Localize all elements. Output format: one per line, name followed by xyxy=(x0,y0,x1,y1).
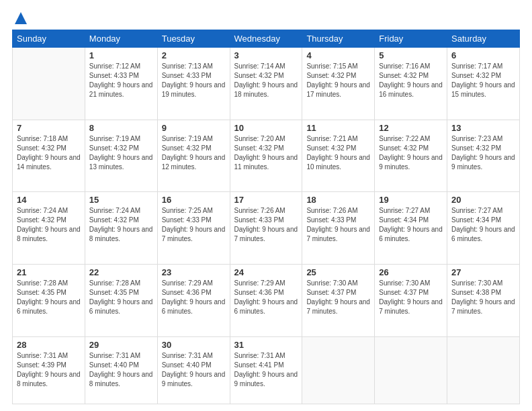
day-number: 24 xyxy=(234,267,298,277)
page: SundayMondayTuesdayWednesdayThursdayFrid… xyxy=(0,0,532,411)
calendar-week-row: 28Sunrise: 7:31 AMSunset: 4:39 PMDayligh… xyxy=(13,336,520,404)
day-number: 15 xyxy=(89,195,153,205)
calendar-cell: 10Sunrise: 7:20 AMSunset: 4:32 PMDayligh… xyxy=(230,120,302,192)
day-number: 16 xyxy=(162,195,226,205)
cell-info: Sunrise: 7:23 AMSunset: 4:32 PMDaylight:… xyxy=(451,134,515,172)
cell-info: Sunrise: 7:24 AMSunset: 4:32 PMDaylight:… xyxy=(17,206,81,244)
day-number: 20 xyxy=(451,195,515,205)
calendar-cell: 18Sunrise: 7:26 AMSunset: 4:33 PMDayligh… xyxy=(302,192,375,265)
cell-info: Sunrise: 7:28 AMSunset: 4:35 PMDaylight:… xyxy=(89,279,153,316)
day-number: 5 xyxy=(379,50,443,60)
day-number: 18 xyxy=(306,195,370,205)
cell-info: Sunrise: 7:18 AMSunset: 4:32 PMDaylight:… xyxy=(17,134,81,172)
calendar-cell: 5Sunrise: 7:16 AMSunset: 4:32 PMDaylight… xyxy=(375,48,447,120)
logo-flag-icon xyxy=(13,12,28,24)
cell-info: Sunrise: 7:16 AMSunset: 4:32 PMDaylight:… xyxy=(379,62,443,99)
cell-info: Sunrise: 7:15 AMSunset: 4:32 PMDaylight:… xyxy=(306,62,370,99)
day-number: 25 xyxy=(306,267,370,277)
cell-info: Sunrise: 7:25 AMSunset: 4:33 PMDaylight:… xyxy=(162,206,226,244)
cell-info: Sunrise: 7:27 AMSunset: 4:34 PMDaylight:… xyxy=(379,206,443,244)
calendar-cell: 1Sunrise: 7:12 AMSunset: 4:33 PMDaylight… xyxy=(85,48,157,120)
calendar-cell: 28Sunrise: 7:31 AMSunset: 4:39 PMDayligh… xyxy=(13,336,85,404)
calendar-header-row: SundayMondayTuesdayWednesdayThursdayFrid… xyxy=(13,30,520,48)
calendar-cell: 7Sunrise: 7:18 AMSunset: 4:32 PMDaylight… xyxy=(13,120,85,192)
header xyxy=(12,12,520,23)
day-number: 2 xyxy=(162,50,226,60)
cell-info: Sunrise: 7:26 AMSunset: 4:33 PMDaylight:… xyxy=(234,206,298,244)
cell-info: Sunrise: 7:31 AMSunset: 4:41 PMDaylight:… xyxy=(234,351,298,389)
calendar-cell: 21Sunrise: 7:28 AMSunset: 4:35 PMDayligh… xyxy=(13,264,85,336)
cell-info: Sunrise: 7:27 AMSunset: 4:34 PMDaylight:… xyxy=(451,206,515,244)
cell-info: Sunrise: 7:30 AMSunset: 4:37 PMDaylight:… xyxy=(379,279,443,316)
calendar-cell: 15Sunrise: 7:24 AMSunset: 4:32 PMDayligh… xyxy=(85,192,157,265)
day-number: 14 xyxy=(17,195,81,205)
calendar-cell: 31Sunrise: 7:31 AMSunset: 4:41 PMDayligh… xyxy=(230,336,302,404)
calendar-cell: 3Sunrise: 7:14 AMSunset: 4:32 PMDaylight… xyxy=(230,48,302,120)
day-number: 17 xyxy=(234,195,298,205)
cell-info: Sunrise: 7:26 AMSunset: 4:33 PMDaylight:… xyxy=(306,206,370,244)
calendar-cell: 14Sunrise: 7:24 AMSunset: 4:32 PMDayligh… xyxy=(13,192,85,265)
calendar-cell: 17Sunrise: 7:26 AMSunset: 4:33 PMDayligh… xyxy=(230,192,302,265)
cell-info: Sunrise: 7:30 AMSunset: 4:38 PMDaylight:… xyxy=(451,279,515,316)
calendar-cell: 8Sunrise: 7:19 AMSunset: 4:32 PMDaylight… xyxy=(85,120,157,192)
day-number: 31 xyxy=(234,340,298,350)
cell-info: Sunrise: 7:30 AMSunset: 4:37 PMDaylight:… xyxy=(306,279,370,316)
day-number: 12 xyxy=(379,123,443,133)
day-number: 28 xyxy=(17,340,81,350)
cell-info: Sunrise: 7:31 AMSunset: 4:40 PMDaylight:… xyxy=(162,351,226,389)
calendar-cell: 25Sunrise: 7:30 AMSunset: 4:37 PMDayligh… xyxy=(302,264,375,336)
cell-info: Sunrise: 7:29 AMSunset: 4:36 PMDaylight:… xyxy=(162,279,226,316)
cell-info: Sunrise: 7:17 AMSunset: 4:32 PMDaylight:… xyxy=(451,62,515,99)
cell-info: Sunrise: 7:28 AMSunset: 4:35 PMDaylight:… xyxy=(17,279,81,316)
day-number: 22 xyxy=(89,267,153,277)
calendar-day-header: Tuesday xyxy=(157,30,230,48)
calendar-cell: 4Sunrise: 7:15 AMSunset: 4:32 PMDaylight… xyxy=(302,48,375,120)
calendar-cell: 24Sunrise: 7:29 AMSunset: 4:36 PMDayligh… xyxy=(230,264,302,336)
calendar-day-header: Monday xyxy=(85,30,157,48)
day-number: 27 xyxy=(451,267,515,277)
calendar-cell xyxy=(13,48,85,120)
calendar-cell xyxy=(447,336,520,404)
calendar-cell: 30Sunrise: 7:31 AMSunset: 4:40 PMDayligh… xyxy=(157,336,230,404)
cell-info: Sunrise: 7:14 AMSunset: 4:32 PMDaylight:… xyxy=(234,62,298,99)
day-number: 26 xyxy=(379,267,443,277)
cell-info: Sunrise: 7:19 AMSunset: 4:32 PMDaylight:… xyxy=(162,134,226,172)
calendar-cell: 9Sunrise: 7:19 AMSunset: 4:32 PMDaylight… xyxy=(157,120,230,192)
calendar-day-header: Thursday xyxy=(302,30,375,48)
calendar-body: 1Sunrise: 7:12 AMSunset: 4:33 PMDaylight… xyxy=(13,48,520,404)
cell-info: Sunrise: 7:12 AMSunset: 4:33 PMDaylight:… xyxy=(89,62,153,99)
calendar-day-header: Sunday xyxy=(13,30,85,48)
calendar-day-header: Wednesday xyxy=(230,30,302,48)
day-number: 10 xyxy=(234,123,298,133)
calendar-cell: 27Sunrise: 7:30 AMSunset: 4:38 PMDayligh… xyxy=(447,264,520,336)
calendar-day-header: Friday xyxy=(375,30,447,48)
calendar-table: SundayMondayTuesdayWednesdayThursdayFrid… xyxy=(12,30,520,404)
calendar-cell: 20Sunrise: 7:27 AMSunset: 4:34 PMDayligh… xyxy=(447,192,520,265)
calendar-cell: 26Sunrise: 7:30 AMSunset: 4:37 PMDayligh… xyxy=(375,264,447,336)
calendar-week-row: 7Sunrise: 7:18 AMSunset: 4:32 PMDaylight… xyxy=(13,120,520,192)
cell-info: Sunrise: 7:13 AMSunset: 4:33 PMDaylight:… xyxy=(162,62,226,99)
svg-marker-0 xyxy=(15,12,27,24)
day-number: 13 xyxy=(451,123,515,133)
calendar-day-header: Saturday xyxy=(447,30,520,48)
calendar-cell: 11Sunrise: 7:21 AMSunset: 4:32 PMDayligh… xyxy=(302,120,375,192)
calendar-cell: 29Sunrise: 7:31 AMSunset: 4:40 PMDayligh… xyxy=(85,336,157,404)
cell-info: Sunrise: 7:24 AMSunset: 4:32 PMDaylight:… xyxy=(89,206,153,244)
calendar-cell xyxy=(375,336,447,404)
calendar-cell xyxy=(302,336,375,404)
day-number: 30 xyxy=(162,340,226,350)
calendar-cell: 6Sunrise: 7:17 AMSunset: 4:32 PMDaylight… xyxy=(447,48,520,120)
day-number: 6 xyxy=(451,50,515,60)
day-number: 1 xyxy=(89,50,153,60)
calendar-cell: 22Sunrise: 7:28 AMSunset: 4:35 PMDayligh… xyxy=(85,264,157,336)
day-number: 9 xyxy=(162,123,226,133)
calendar-week-row: 14Sunrise: 7:24 AMSunset: 4:32 PMDayligh… xyxy=(13,192,520,265)
calendar-week-row: 1Sunrise: 7:12 AMSunset: 4:33 PMDaylight… xyxy=(13,48,520,120)
calendar-cell: 19Sunrise: 7:27 AMSunset: 4:34 PMDayligh… xyxy=(375,192,447,265)
cell-info: Sunrise: 7:21 AMSunset: 4:32 PMDaylight:… xyxy=(306,134,370,172)
cell-info: Sunrise: 7:19 AMSunset: 4:32 PMDaylight:… xyxy=(89,134,153,172)
day-number: 29 xyxy=(89,340,153,350)
day-number: 3 xyxy=(234,50,298,60)
logo xyxy=(12,12,28,23)
calendar-cell: 23Sunrise: 7:29 AMSunset: 4:36 PMDayligh… xyxy=(157,264,230,336)
